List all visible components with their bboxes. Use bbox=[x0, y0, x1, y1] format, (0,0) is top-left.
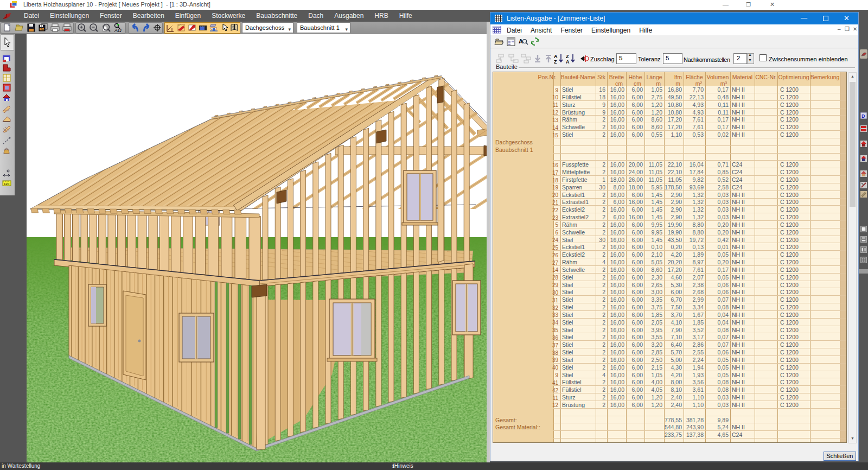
svg-text:A: A bbox=[554, 54, 558, 59]
svg-text:D: D bbox=[861, 113, 865, 119]
svg-text:Z: Z bbox=[554, 59, 557, 64]
svg-text:Z: Z bbox=[566, 54, 569, 59]
svg-text:AΩ: AΩ bbox=[114, 28, 122, 33]
svg-text:120: 120 bbox=[4, 182, 10, 186]
svg-text:A: A bbox=[519, 38, 523, 45]
svg-text:A: A bbox=[566, 59, 570, 64]
